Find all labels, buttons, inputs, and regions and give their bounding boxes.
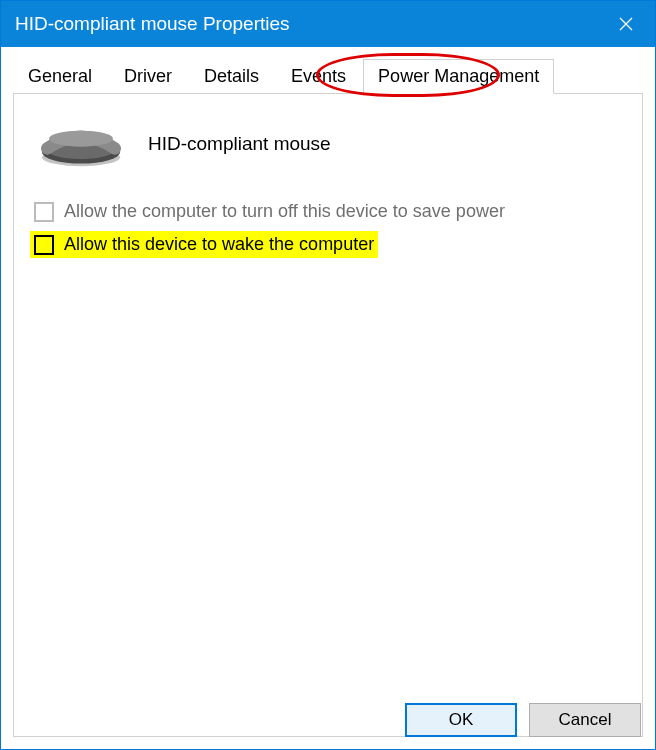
svg-point-5 [49, 131, 113, 147]
device-header: HID-compliant mouse [30, 112, 626, 198]
tab-events[interactable]: Events [276, 59, 361, 94]
checkbox-label: Allow the computer to turn off this devi… [64, 201, 505, 222]
tab-general[interactable]: General [13, 59, 107, 94]
device-name: HID-compliant mouse [148, 133, 331, 155]
tab-label: Events [291, 66, 346, 86]
tab-content: HID-compliant mouse Allow the computer t… [13, 94, 643, 737]
titlebar: HID-compliant mouse Properties [1, 1, 655, 47]
tab-label: Driver [124, 66, 172, 86]
ok-button[interactable]: OK [405, 703, 517, 737]
checkbox-allow-wake[interactable]: Allow this device to wake the computer [30, 231, 378, 258]
close-button[interactable] [597, 1, 655, 47]
close-icon [619, 17, 633, 31]
tab-area: General Driver Details Events Power Mana… [1, 47, 655, 94]
checkbox-box [34, 202, 54, 222]
tab-label: Power Management [378, 66, 539, 86]
tab-details[interactable]: Details [189, 59, 274, 94]
tab-strip: General Driver Details Events Power Mana… [13, 59, 643, 94]
properties-window: HID-compliant mouse Properties General D… [0, 0, 656, 750]
tab-driver[interactable]: Driver [109, 59, 187, 94]
window-title: HID-compliant mouse Properties [15, 13, 290, 35]
cancel-button[interactable]: Cancel [529, 703, 641, 737]
checkbox-label: Allow this device to wake the computer [64, 234, 374, 255]
checkbox-box [34, 235, 54, 255]
tab-power-management[interactable]: Power Management [363, 59, 554, 94]
dialog-buttons: OK Cancel [405, 703, 641, 737]
tab-label: Details [204, 66, 259, 86]
checkbox-allow-power-off: Allow the computer to turn off this devi… [30, 198, 509, 225]
mouse-icon [36, 120, 126, 168]
tab-label: General [28, 66, 92, 86]
